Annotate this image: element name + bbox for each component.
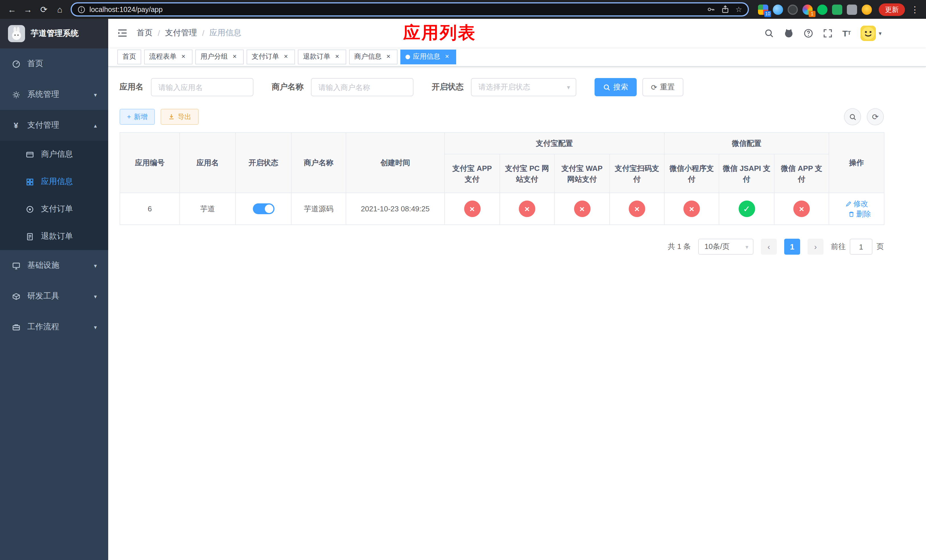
extension-icon[interactable]: 1 xyxy=(802,4,813,15)
show-search-toggle-button[interactable] xyxy=(844,108,861,125)
reset-button[interactable]: ⟳ 重置 xyxy=(642,78,683,96)
extension-icon[interactable] xyxy=(832,4,842,15)
tab-merchant-info[interactable]: 商户信息 × xyxy=(349,49,398,64)
user-menu[interactable]: ▾ xyxy=(861,25,882,41)
prev-page-button[interactable]: ‹ xyxy=(761,239,777,255)
fullscreen-icon[interactable] xyxy=(823,28,833,38)
search-icon[interactable] xyxy=(764,28,774,38)
export-button[interactable]: 导出 xyxy=(160,109,199,125)
site-info-icon[interactable] xyxy=(77,5,85,14)
delete-button[interactable]: 删除 xyxy=(848,209,871,219)
password-key-icon[interactable] xyxy=(707,5,716,14)
sidebar-item-home[interactable]: 首页 xyxy=(0,48,108,79)
browser-menu-icon[interactable]: ⋮ xyxy=(908,4,921,15)
chevron-down-icon: ▾ xyxy=(746,244,748,250)
refresh-table-button[interactable]: ⟳ xyxy=(867,108,884,125)
share-icon[interactable] xyxy=(721,5,730,14)
config-disabled-icon: × xyxy=(683,201,700,217)
sidebar-item-label: 应用信息 xyxy=(41,177,73,187)
chevron-down-icon: ▾ xyxy=(94,91,97,98)
extension-badge: 10 xyxy=(764,11,771,17)
sidebar-item-system[interactable]: 系统管理 ▾ xyxy=(0,79,108,110)
sidebar-item-dev-tools[interactable]: 研发工具 ▾ xyxy=(0,281,108,312)
extension-icon[interactable]: 10 xyxy=(758,4,768,15)
sidebar-item-merchant-info[interactable]: 商户信息 xyxy=(0,141,108,168)
status-toggle[interactable] xyxy=(253,203,274,214)
close-icon[interactable]: × xyxy=(179,53,188,61)
pagination-total: 共 1 条 xyxy=(668,242,691,252)
edit-button[interactable]: 修改 xyxy=(845,198,868,209)
sidebar-item-label: 首页 xyxy=(27,59,43,69)
sidebar-item-infrastructure[interactable]: 基础设施 ▾ xyxy=(0,250,108,281)
font-size-icon[interactable]: TT xyxy=(843,29,851,37)
breadcrumb-payment[interactable]: 支付管理 xyxy=(165,28,197,38)
sidebar-item-workflow[interactable]: 工作流程 ▾ xyxy=(0,312,108,342)
bookmark-star-icon[interactable]: ☆ xyxy=(735,5,742,14)
config-disabled-icon: × xyxy=(574,201,590,217)
url-text[interactable]: localhost:1024/pay/app xyxy=(89,5,703,14)
merchant-name-input[interactable] xyxy=(311,78,413,96)
tab-label: 退款订单 xyxy=(303,52,330,62)
tab-home[interactable]: 首页 xyxy=(117,49,141,64)
document-icon xyxy=(25,232,34,241)
sidebar-item-refund-order[interactable]: 退款订单 xyxy=(0,223,108,250)
monitor-icon xyxy=(11,261,21,270)
target-icon xyxy=(25,205,34,213)
extension-icon[interactable] xyxy=(862,4,872,15)
close-icon[interactable]: × xyxy=(333,53,341,61)
column-header-status: 开启状态 xyxy=(236,132,291,193)
page-size-select[interactable]: 10条/页 ▾ xyxy=(698,239,754,255)
column-header-alipay-pc: 支付宝 PC 网站支付 xyxy=(500,154,554,193)
cell-merchant: 芋道源码 xyxy=(291,193,346,225)
sidebar: 芋道管理系统 首页 xyxy=(0,19,108,560)
goto-page-input[interactable] xyxy=(850,239,873,255)
extension-icon[interactable] xyxy=(817,4,828,15)
sidebar-item-pay-order[interactable]: 支付订单 xyxy=(0,195,108,223)
tab-pay-order[interactable]: 支付订单 × xyxy=(247,49,295,64)
close-icon[interactable]: × xyxy=(231,53,239,61)
sidebar-toggle-icon[interactable] xyxy=(117,28,127,38)
extension-icon[interactable] xyxy=(847,4,857,15)
tab-flow-form[interactable]: 流程表单 × xyxy=(144,49,192,64)
app-name-input[interactable] xyxy=(151,78,253,96)
column-header-alipay-wap: 支付宝 WAP 网站支付 xyxy=(554,154,610,193)
card-icon xyxy=(25,150,34,159)
tab-refund-order[interactable]: 退款订单 × xyxy=(298,49,346,64)
sidebar-item-app-info[interactable]: 应用信息 xyxy=(0,168,108,195)
dashboard-icon xyxy=(11,59,21,68)
page-number-button[interactable]: 1 xyxy=(784,239,800,255)
address-bar[interactable]: localhost:1024/pay/app ☆ xyxy=(71,2,749,17)
column-header-app-id: 应用编号 xyxy=(120,132,180,193)
status-select[interactable]: 请选择开启状态 ▾ xyxy=(471,78,576,96)
sidebar-item-label: 基础设施 xyxy=(27,260,59,271)
browser-back-button[interactable]: ← xyxy=(5,2,20,17)
browser-update-button[interactable]: 更新 xyxy=(879,3,905,16)
sidebar-item-label: 工作流程 xyxy=(27,322,59,332)
browser-reload-button[interactable]: ⟳ xyxy=(36,2,51,17)
github-icon[interactable] xyxy=(784,28,794,38)
avatar[interactable] xyxy=(861,25,876,41)
extension-icon[interactable] xyxy=(788,4,798,15)
chevron-up-icon: ▴ xyxy=(94,122,97,129)
close-icon[interactable]: × xyxy=(384,53,392,61)
tab-user-group[interactable]: 用户分组 × xyxy=(195,49,244,64)
merchant-name-label: 商户名称 xyxy=(272,82,304,92)
tab-app-info[interactable]: 应用信息 × xyxy=(400,49,456,64)
browser-home-button[interactable]: ⌂ xyxy=(52,2,67,17)
close-icon[interactable]: × xyxy=(282,53,290,61)
add-button[interactable]: + 新增 xyxy=(120,109,155,125)
close-icon[interactable]: × xyxy=(443,53,451,61)
status-label: 开启状态 xyxy=(432,82,464,92)
caret-down-icon: ▾ xyxy=(879,30,882,36)
extension-icon[interactable] xyxy=(773,4,783,15)
breadcrumb-home[interactable]: 首页 xyxy=(137,28,153,38)
help-icon[interactable] xyxy=(804,28,814,38)
sidebar-item-payment[interactable]: ¥ 支付管理 ▴ xyxy=(0,110,108,141)
next-page-button[interactable]: › xyxy=(808,239,823,255)
browser-forward-button[interactable]: → xyxy=(21,2,35,17)
cell-wechat-app: × xyxy=(774,193,829,225)
search-icon xyxy=(603,83,610,91)
config-disabled-icon: × xyxy=(629,201,645,217)
search-button[interactable]: 搜索 xyxy=(595,78,637,96)
column-header-wechat-mini: 微信小程序支付 xyxy=(664,154,719,193)
